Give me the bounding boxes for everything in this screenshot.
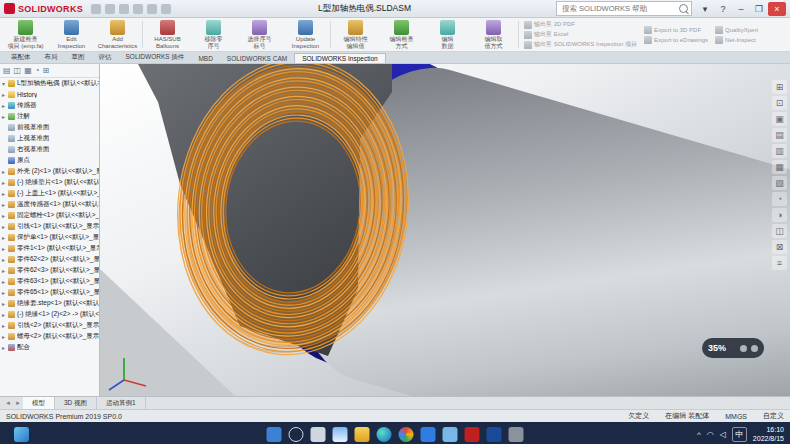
tab-sketch[interactable]: 草图 bbox=[65, 52, 92, 63]
section-view-icon[interactable]: ▤ bbox=[772, 128, 787, 142]
edit-sampling-button[interactable]: 编辑取 值方式 bbox=[471, 19, 516, 50]
tree-item-component[interactable]: ▸ (-) 绝缘垫片<1> (默认<<默认>_显示 bbox=[0, 177, 99, 188]
tree-item-history[interactable]: ▸ History bbox=[0, 89, 99, 100]
add-characteristics-button[interactable]: Add Characteristics bbox=[95, 19, 140, 50]
widgets-icon[interactable] bbox=[333, 427, 348, 442]
export-excel-button[interactable]: 输出至 Excel bbox=[524, 30, 637, 39]
close-button[interactable]: × bbox=[768, 2, 786, 16]
tab-evaluate[interactable]: 评估 bbox=[92, 52, 119, 63]
scene-icon[interactable]: ◑ bbox=[772, 208, 787, 222]
zoom-fit-icon[interactable]: ⊞ bbox=[772, 80, 787, 94]
hide-show-icon[interactable]: ▧ bbox=[772, 176, 787, 190]
dimxpert-tab-icon[interactable]: ◔ bbox=[35, 66, 40, 75]
tree-item-component[interactable]: ▸ 零件62<2> (默认<<默认>_显示状 bbox=[0, 254, 99, 265]
tab-assembly[interactable]: 装配体 bbox=[4, 52, 38, 63]
display-manager-tab-icon[interactable]: ⊞ bbox=[43, 66, 50, 75]
edit-inspection-button[interactable]: Edit Inspection bbox=[49, 19, 94, 50]
tab-inspection[interactable]: SOLIDWORKS Inspection bbox=[294, 53, 386, 63]
print-icon[interactable] bbox=[133, 4, 143, 14]
search-icon[interactable] bbox=[289, 427, 304, 442]
tree-item-annotations[interactable]: ▸ 注解 bbox=[0, 111, 99, 122]
new-inspection-project-button[interactable]: 新建检查 项目 (emp.fa) bbox=[3, 19, 48, 50]
overlay-badge[interactable]: 35% bbox=[702, 338, 764, 358]
select-balloons-button[interactable]: 选择序号 标号 bbox=[237, 19, 282, 50]
export-2d-pdf-button[interactable]: 输出至 2D PDF bbox=[524, 20, 637, 29]
tree-item-component[interactable]: ▸ 螺母<2> (默认<<默认>_显示状态 bbox=[0, 331, 99, 342]
graphics-viewport[interactable]: ⊞ ⊡ ▣ ▤ ▥ ▦ ▧ ◔ ◑ ◫ ⊠ ≡ 35% bbox=[100, 64, 790, 396]
maximize-button[interactable]: ❐ bbox=[750, 2, 768, 16]
export-inspection-project-button[interactable]: 输出至 SOLIDWORKS Inspection 项目 bbox=[524, 40, 637, 49]
options-icon[interactable]: ≡ bbox=[772, 256, 787, 270]
property-manager-tab-icon[interactable]: ◫ bbox=[14, 66, 22, 75]
start-icon[interactable] bbox=[267, 427, 282, 442]
word-icon[interactable] bbox=[487, 427, 502, 442]
tree-item-origin[interactable]: 原点 bbox=[0, 155, 99, 166]
minimize-button[interactable]: – bbox=[732, 2, 750, 16]
display-style-icon[interactable]: ▦ bbox=[772, 160, 787, 174]
tree-item-component[interactable]: ▸ 零件65<1> (默认<<默认>_显示状 bbox=[0, 287, 99, 298]
help-search[interactable] bbox=[556, 1, 692, 16]
balloons-button[interactable]: HAS/SUB Balloons bbox=[145, 19, 190, 50]
tree-item-component[interactable]: ▸ 零件63<1> (默认<<默认>_显示状 bbox=[0, 276, 99, 287]
open-file-icon[interactable] bbox=[105, 4, 115, 14]
tree-item-component[interactable]: ▸ 引线<2> (默认<<默认>_显示状态 bbox=[0, 320, 99, 331]
edit-characteristic-value-button[interactable]: 编辑特性 编辑值 bbox=[333, 19, 378, 50]
tab-addins[interactable]: SOLIDWORKS 插件 bbox=[119, 52, 192, 63]
tree-item-component[interactable]: ▸ (-) 绝缘<1> (2)<2> -> (默认<<默认 bbox=[0, 309, 99, 320]
annotation-view-icon[interactable]: ◫ bbox=[772, 224, 787, 238]
tab-layout[interactable]: 布局 bbox=[38, 52, 65, 63]
edit-inspection-method-button[interactable]: 编辑检查 方式 bbox=[379, 19, 424, 50]
search-input[interactable] bbox=[560, 3, 677, 14]
edit-data-button[interactable]: 编辑 数据 bbox=[425, 19, 470, 50]
status-custom[interactable]: 自定义 bbox=[763, 411, 784, 421]
help-button[interactable]: ? bbox=[714, 2, 732, 16]
tree-item-front-plane[interactable]: 前视基准面 bbox=[0, 122, 99, 133]
save-icon[interactable] bbox=[119, 4, 129, 14]
previous-view-icon[interactable]: ▣ bbox=[772, 112, 787, 126]
search-dropdown-icon[interactable]: ▾ bbox=[696, 2, 714, 16]
export-3d-pdf-button[interactable]: Export to 3D PDF bbox=[644, 25, 708, 34]
settings-icon[interactable] bbox=[509, 427, 524, 442]
export-edrawings-button[interactable]: Export to eDrawings bbox=[644, 35, 708, 44]
tree-item-component[interactable]: ▸ 固定螺栓<1> (默认<<默认>_显示状 bbox=[0, 210, 99, 221]
configuration-manager-tab-icon[interactable]: ▦ bbox=[24, 66, 32, 75]
wifi-icon[interactable]: ◠ bbox=[707, 430, 714, 439]
remove-balloons-button[interactable]: 移除零 序号 bbox=[191, 19, 236, 50]
zoom-area-icon[interactable]: ⊡ bbox=[772, 96, 787, 110]
tab-model[interactable]: 模型 bbox=[23, 397, 55, 409]
tree-item-component[interactable]: ▸ 零件1<1> (默认<<默认>_显示状态 bbox=[0, 243, 99, 254]
tree-item-top-plane[interactable]: 上视基准面 bbox=[0, 133, 99, 144]
tree-item-component[interactable]: ▸ 保护单<1> (默认<<默认>_显示状态 bbox=[0, 232, 99, 243]
tree-item-component[interactable]: ▸ 外壳 (2)<1> (默认<<默认>_显示状态 bbox=[0, 166, 99, 177]
view-orientation-icon[interactable]: ▥ bbox=[772, 144, 787, 158]
rebuild-icon[interactable] bbox=[161, 4, 171, 14]
tree-item-mates[interactable]: ▸ 配合 bbox=[0, 342, 99, 353]
new-file-icon[interactable] bbox=[91, 4, 101, 14]
tree-item-component[interactable]: ▸ 温度传感器<1> (默认<<默认>_显示 bbox=[0, 199, 99, 210]
tree-item-component[interactable]: ▸ 绝缘套.step<1> (默认<<默认>_显 bbox=[0, 298, 99, 309]
tab-cam[interactable]: SOLIDWORKS CAM bbox=[220, 54, 294, 63]
tab-3d-views[interactable]: 3D 视图 bbox=[55, 397, 97, 409]
tree-root[interactable]: ▾ L型加轴热电偶 (默认<<默认>_显示状态-1 bbox=[0, 78, 99, 89]
undo-icon[interactable] bbox=[147, 4, 157, 14]
edge-icon[interactable] bbox=[377, 427, 392, 442]
file-explorer-icon[interactable] bbox=[355, 427, 370, 442]
status-units[interactable]: MMGS bbox=[725, 413, 747, 420]
tab-scroll-left-icon[interactable]: ◄ bbox=[3, 400, 13, 406]
tray-expand-icon[interactable]: ^ bbox=[697, 430, 701, 439]
update-inspection-button[interactable]: Update Inspection bbox=[283, 19, 328, 50]
tree-item-right-plane[interactable]: 右视基准面 bbox=[0, 144, 99, 155]
task-view-icon[interactable] bbox=[311, 427, 326, 442]
weather-widget-icon[interactable] bbox=[14, 427, 29, 442]
search-icon[interactable] bbox=[679, 4, 688, 13]
volume-icon[interactable]: ◁ bbox=[720, 430, 726, 439]
clock[interactable]: 16:10 2022/8/15 bbox=[753, 425, 784, 443]
tree-item-component[interactable]: ▸ 引线<1> (默认<<默认>_显示状态 bbox=[0, 221, 99, 232]
store-icon[interactable] bbox=[421, 427, 436, 442]
appearance-icon[interactable]: ◔ bbox=[772, 192, 787, 206]
net-inspect-button[interactable]: Net-Inspect bbox=[715, 35, 758, 44]
browser-icon[interactable] bbox=[399, 427, 414, 442]
tab-motion-study[interactable]: 运动算例1 bbox=[97, 397, 146, 409]
solidworks-taskbar-icon[interactable] bbox=[465, 427, 480, 442]
tree-item-component[interactable]: ▸ 零件62<3> (默认<<默认>_显示状 bbox=[0, 265, 99, 276]
